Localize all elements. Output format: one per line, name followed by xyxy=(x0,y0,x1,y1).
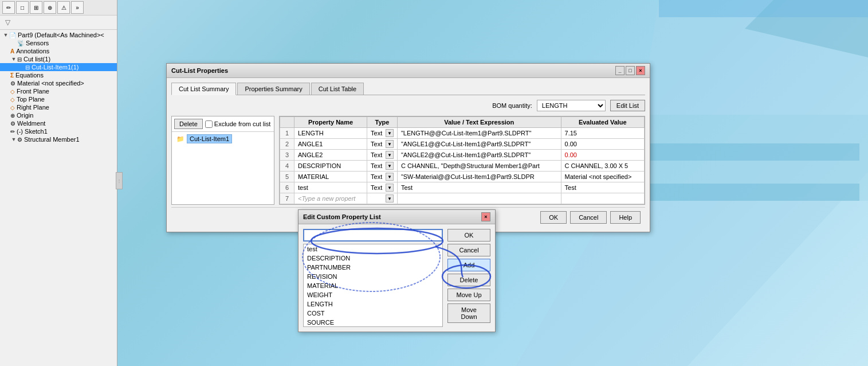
type-dropdown-3[interactable]: ▼ xyxy=(386,151,394,159)
sub-move-down-button[interactable]: Move Down xyxy=(447,303,490,323)
sub-dialog-content: test DESCRIPTION PARTNUMBER REVISION MAT… xyxy=(299,224,495,332)
list-item[interactable]: REVISION xyxy=(304,272,442,281)
toolbar-btn-more[interactable]: » xyxy=(71,1,84,14)
list-item[interactable]: LENGTH xyxy=(304,299,442,309)
property-name-3[interactable]: ANGLE2 xyxy=(294,150,367,161)
tree-item-sketch1[interactable]: ✏ (-) Sketch1 xyxy=(0,127,117,135)
type-dropdown-5[interactable]: ▼ xyxy=(386,173,394,181)
list-item[interactable]: test xyxy=(304,244,442,254)
type-dropdown-4[interactable]: ▼ xyxy=(386,162,394,170)
list-item[interactable]: SOURCE xyxy=(304,318,442,327)
custom-property-input[interactable] xyxy=(303,229,443,242)
tree-item-sensors[interactable]: 📡 Sensors xyxy=(0,39,117,47)
expand-icon[interactable]: ▼ xyxy=(10,56,17,63)
table-row: 7 <Type a new propert ▼ xyxy=(280,193,645,204)
property-name-5[interactable]: MATERIAL xyxy=(294,172,367,182)
part-icon: 📄 xyxy=(9,32,16,38)
svg-marker-5 xyxy=(630,184,859,201)
properties-table: Property Name Type Value / Text Expressi… xyxy=(280,116,645,204)
value-2[interactable]: "ANGLE1@@Cut-List-Item1@Part9.SLDPRT" xyxy=(397,139,561,150)
sub-move-up-button[interactable]: Move Up xyxy=(447,289,490,301)
tree-item-material[interactable]: ⚙ Material <not specified> xyxy=(0,79,117,87)
type-dropdown-6[interactable]: ▼ xyxy=(386,184,394,192)
cancel-button[interactable]: Cancel xyxy=(570,211,607,224)
tree-item-rightplane[interactable]: ◇ Right Plane xyxy=(0,103,117,111)
value-7[interactable] xyxy=(397,193,561,204)
value-6[interactable]: Test xyxy=(397,182,561,193)
plane-icon: ◇ xyxy=(10,96,15,103)
sub-delete-button[interactable]: Delete xyxy=(447,274,490,286)
sub-add-button[interactable]: Add xyxy=(447,259,490,271)
annotations-icon: A xyxy=(10,48,14,54)
toolbar-btn-target[interactable]: ⊕ xyxy=(44,1,56,14)
tab-properties-summary[interactable]: Properties Summary xyxy=(237,83,309,95)
tree-item-weldment[interactable]: ⚙ Weldment xyxy=(0,119,117,127)
maximize-button[interactable]: □ xyxy=(626,66,635,75)
property-name-6[interactable]: test xyxy=(294,182,367,193)
list-item[interactable]: MATERIAL xyxy=(304,281,442,290)
expand-icon[interactable]: ▼ xyxy=(2,32,9,38)
tree-item-topplane[interactable]: ◇ Top Plane xyxy=(0,95,117,103)
type-dropdown-7[interactable]: ▼ xyxy=(386,194,394,203)
tree-item-cutlistitem1[interactable]: ⊟ Cut-List-Item1(1) xyxy=(0,63,117,71)
list-item[interactable]: DESCRIPTION xyxy=(304,254,442,263)
exclude-checkbox[interactable] xyxy=(205,120,213,128)
value-1[interactable]: "LENGTH@@Cut-List-Item1@Part9.SLDPRT" xyxy=(397,128,561,139)
close-button[interactable]: × xyxy=(636,66,645,75)
bom-quantity-label: BOM quantity: xyxy=(492,102,532,109)
property-name-2[interactable]: ANGLE1 xyxy=(294,139,367,150)
tree-item-structural[interactable]: ▼ ⚙ Structural Member1 xyxy=(0,135,117,143)
value-3[interactable]: "ANGLE2@@Cut-List-Item1@Part9.SLDPRT" xyxy=(397,150,561,161)
list-item[interactable]: COST xyxy=(304,309,442,318)
sub-cancel-button[interactable]: Cancel xyxy=(447,244,490,256)
sub-dialog-title: Edit Custom Property List xyxy=(303,213,381,220)
type-3: Text▼ xyxy=(367,150,398,161)
toolbar-btn-pencil[interactable]: ✏ xyxy=(2,1,15,14)
sub-ok-button[interactable]: OK xyxy=(447,229,490,242)
ok-button[interactable]: OK xyxy=(540,211,567,224)
toolbar-btn-box[interactable]: □ xyxy=(16,1,29,14)
plane-icon: ◇ xyxy=(10,104,15,111)
type-dropdown-2[interactable]: ▼ xyxy=(386,140,394,148)
col-header-evaluated: Evaluated Value xyxy=(561,117,644,128)
help-button[interactable]: Help xyxy=(610,211,641,224)
expand-icon[interactable]: ▼ xyxy=(10,136,17,143)
row-num-6: 6 xyxy=(280,182,294,193)
property-name-1[interactable]: LENGTH xyxy=(294,128,367,139)
sub-dialog-right: OK Cancel Add Delete Move Up Move Down xyxy=(447,229,490,327)
property-name-4[interactable]: DESCRIPTION xyxy=(294,161,367,172)
tree-item-cutlist[interactable]: ▼ ⊟ Cut list(1) xyxy=(0,55,117,63)
value-5[interactable]: "SW-Material@@Cut-List-Item1@Part9.SLDPR xyxy=(397,172,561,182)
tree-item-frontplane[interactable]: ◇ Front Plane xyxy=(0,87,117,95)
tree-item-equations[interactable]: Σ Equations xyxy=(0,71,117,79)
bom-quantity-select[interactable]: LENGTH QUANTITY OTHER xyxy=(537,100,606,111)
dialog-titlebar: Cut-List Properties _ □ × xyxy=(167,64,650,78)
toolbar-btn-grid[interactable]: ⊞ xyxy=(30,1,42,14)
evaluated-6: Test xyxy=(561,182,644,193)
cut-list-properties-dialog: Cut-List Properties _ □ × Cut List Summa… xyxy=(166,63,650,232)
edit-list-button[interactable]: Edit List xyxy=(610,100,645,111)
delete-button[interactable]: Delete xyxy=(174,119,203,129)
tree-item-annotations[interactable]: A Annotations xyxy=(0,47,117,55)
sub-dialog-close-button[interactable]: × xyxy=(481,212,490,221)
properties-table-wrapper: Property Name Type Value / Text Expressi… xyxy=(279,116,645,205)
type-dropdown-1[interactable]: ▼ xyxy=(386,129,394,137)
minimize-button[interactable]: _ xyxy=(615,66,625,75)
tree-label: (-) Sketch1 xyxy=(17,128,48,135)
row-num-7: 7 xyxy=(280,193,294,204)
tab-cut-list-summary[interactable]: Cut List Summary xyxy=(171,83,236,95)
property-name-7[interactable]: <Type a new propert xyxy=(294,193,367,204)
folder-label[interactable]: Cut-List-Item1 xyxy=(187,134,232,143)
sidebar-resize-handle[interactable]: ⋮ xyxy=(116,172,123,189)
list-item[interactable]: WEIGHT xyxy=(304,290,442,299)
tree-item-part9[interactable]: ▼ 📄 Part9 (Default<As Machined>< xyxy=(0,31,117,39)
toolbar-btn-warning[interactable]: ⚠ xyxy=(57,1,70,14)
structural-icon: ⚙ xyxy=(17,137,22,143)
tab-cut-list-table[interactable]: Cut List Table xyxy=(311,83,364,95)
tree-label: Origin xyxy=(17,112,33,119)
value-4[interactable]: C CHANNEL, "Depth@Structural Member1@Par… xyxy=(397,161,561,172)
list-item[interactable]: PARTNUMBER xyxy=(304,263,442,272)
tree-item-origin[interactable]: ⊕ Origin xyxy=(0,111,117,119)
tree-area: ▼ 📄 Part9 (Default<As Machined>< 📡 Senso… xyxy=(0,30,117,366)
sub-dialog-titlebar: Edit Custom Property List × xyxy=(299,210,495,224)
